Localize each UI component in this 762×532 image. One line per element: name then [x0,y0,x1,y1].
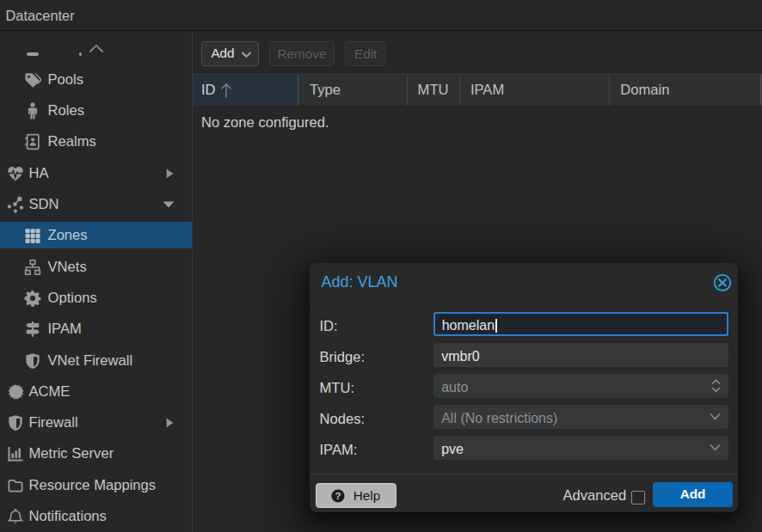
svg-text:?: ? [335,491,341,501]
